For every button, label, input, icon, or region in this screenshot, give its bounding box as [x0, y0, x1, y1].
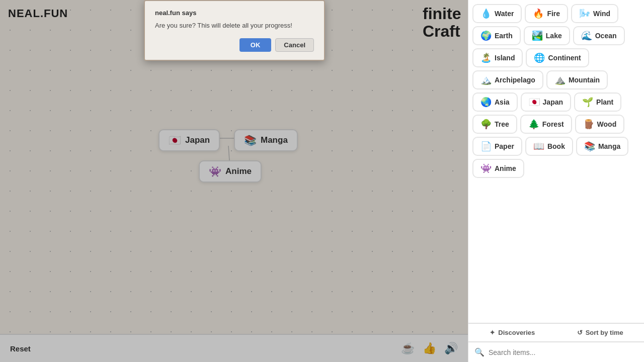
lake-emoji: 🏞️: [532, 30, 543, 41]
discoveries-label: Discoveries: [498, 329, 535, 336]
japan-emoji: 🇯🇵: [529, 97, 540, 108]
island-emoji: 🏝️: [480, 52, 492, 63]
search-icon: 🔍: [474, 347, 485, 357]
sidebar-tabs: ✦ Discoveries ↺ Sort by time: [468, 324, 644, 342]
archipelago-label: Archipelago: [495, 76, 535, 84]
sidebar-item-continent-7[interactable]: 🌐Continent: [526, 48, 589, 67]
sidebar-item-book-17[interactable]: 📖Book: [525, 137, 573, 156]
manga-emoji: 📚: [584, 141, 595, 152]
forest-emoji: 🌲: [528, 119, 539, 130]
earth-emoji: 🌍: [480, 30, 492, 41]
sidebar-search[interactable]: 🔍: [468, 342, 644, 362]
sidebar-item-japan-11[interactable]: 🇯🇵Japan: [521, 93, 571, 112]
wood-emoji: 🪵: [583, 119, 594, 130]
sidebar-item-earth-3[interactable]: 🌍Earth: [472, 26, 521, 45]
book-label: Book: [547, 142, 565, 150]
tree-label: Tree: [495, 120, 509, 128]
sidebar-item-manga-18[interactable]: 📚Manga: [576, 137, 628, 156]
asia-label: Asia: [495, 98, 510, 106]
sidebar-item-anime-19[interactable]: 👾Anime: [472, 159, 524, 178]
plant-label: Plant: [596, 98, 613, 106]
search-input[interactable]: [489, 348, 638, 356]
dialog-title: neal.fun says: [155, 9, 314, 17]
sidebar-item-mountain-9[interactable]: ⛰️Mountain: [546, 70, 608, 89]
wood-label: Wood: [597, 120, 617, 128]
discoveries-tab[interactable]: ✦ Discoveries: [468, 324, 556, 341]
fire-label: Fire: [547, 10, 560, 18]
sidebar-items-list: 💧Water🔥Fire🌬️Wind🌍Earth🏞️Lake🌊Ocean🏝️Isl…: [468, 0, 644, 323]
plant-emoji: 🌱: [582, 97, 593, 108]
ocean-label: Ocean: [595, 32, 617, 40]
fire-emoji: 🔥: [533, 8, 544, 19]
island-label: Island: [495, 54, 515, 62]
continent-emoji: 🌐: [534, 52, 545, 63]
sidebar-item-wind-2[interactable]: 🌬️Wind: [571, 4, 618, 23]
continent-label: Continent: [548, 54, 581, 62]
sort-icon: ↺: [577, 329, 583, 336]
mountain-emoji: ⛰️: [554, 74, 566, 85]
sidebar-item-fire-1[interactable]: 🔥Fire: [525, 4, 568, 23]
anime-emoji: 👾: [480, 163, 492, 174]
tree-emoji: 🌳: [480, 119, 492, 130]
sort-label: Sort by time: [586, 329, 623, 336]
dialog-ok-button[interactable]: OK: [239, 38, 272, 52]
sidebar-item-archipelago-8[interactable]: 🏔️Archipelago: [472, 70, 543, 89]
dialog-box: neal.fun says Are you sure? This will de…: [144, 0, 325, 61]
sidebar-item-asia-10[interactable]: 🌏Asia: [472, 93, 518, 112]
water-emoji: 💧: [480, 8, 492, 19]
water-label: Water: [495, 10, 514, 18]
sidebar-bottom: ✦ Discoveries ↺ Sort by time 🔍: [468, 323, 644, 362]
japan-label: Japan: [543, 98, 563, 106]
discoveries-icon: ✦: [490, 329, 495, 336]
sidebar: 💧Water🔥Fire🌬️Wind🌍Earth🏞️Lake🌊Ocean🏝️Isl…: [468, 0, 644, 362]
wind-emoji: 🌬️: [579, 8, 590, 19]
earth-label: Earth: [495, 32, 513, 40]
sidebar-item-tree-13[interactable]: 🌳Tree: [472, 115, 517, 134]
sort-tab[interactable]: ↺ Sort by time: [556, 324, 645, 341]
paper-emoji: 📄: [480, 141, 492, 152]
dialog-buttons: OK Cancel: [155, 38, 314, 52]
dialog-cancel-button[interactable]: Cancel: [275, 38, 314, 52]
forest-label: Forest: [542, 120, 564, 128]
dialog-overlay: neal.fun says Are you sure? This will de…: [0, 0, 468, 362]
book-emoji: 📖: [533, 141, 544, 152]
sidebar-item-forest-14[interactable]: 🌲Forest: [520, 115, 572, 134]
dialog-message: Are you sure? This will delete all your …: [155, 22, 314, 29]
sidebar-item-wood-15[interactable]: 🪵Wood: [575, 115, 625, 134]
lake-label: Lake: [546, 32, 562, 40]
sidebar-item-plant-12[interactable]: 🌱Plant: [574, 93, 621, 112]
ocean-emoji: 🌊: [581, 30, 592, 41]
sidebar-item-island-6[interactable]: 🏝️Island: [472, 48, 523, 67]
archipelago-emoji: 🏔️: [480, 74, 492, 85]
paper-label: Paper: [495, 142, 514, 150]
asia-emoji: 🌏: [480, 97, 492, 108]
manga-label: Manga: [598, 142, 620, 150]
wind-label: Wind: [593, 10, 610, 18]
sidebar-item-ocean-5[interactable]: 🌊Ocean: [573, 26, 625, 45]
sidebar-item-lake-4[interactable]: 🏞️Lake: [524, 26, 570, 45]
sidebar-item-water-0[interactable]: 💧Water: [472, 4, 522, 23]
mountain-label: Mountain: [569, 76, 600, 84]
anime-label: Anime: [495, 164, 516, 172]
sidebar-item-paper-16[interactable]: 📄Paper: [472, 137, 522, 156]
canvas-area[interactable]: NEAL.FUN 🇯🇵 Japan 📚 Manga 👾 Anime Reset …: [0, 0, 468, 362]
